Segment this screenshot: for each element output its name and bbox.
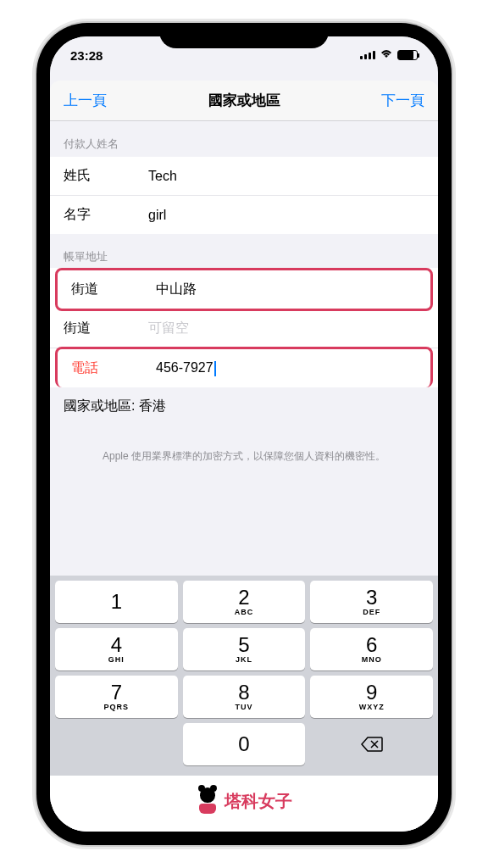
lastname-value: Tech — [148, 169, 424, 184]
logo-icon — [196, 787, 219, 815]
backspace-icon — [361, 737, 383, 752]
phone-frame: 23:28 上一頁 國家或地區 下一頁 付款人姓名 姓氏 T — [36, 23, 452, 845]
brand-logo: 塔科女子 — [50, 776, 438, 832]
street1-row[interactable]: 街道 中山路 — [55, 268, 433, 311]
nav-title: 國家或地區 — [208, 91, 280, 110]
logo-text: 塔科女子 — [225, 790, 292, 813]
notch — [159, 23, 329, 48]
status-icons — [360, 48, 418, 62]
key-6[interactable]: 6MNO — [310, 628, 433, 670]
key-5[interactable]: 5JKL — [183, 628, 306, 670]
status-time: 23:28 — [70, 48, 103, 63]
key-2[interactable]: 2ABC — [183, 581, 306, 623]
lastname-label: 姓氏 — [64, 167, 148, 185]
payer-header: 付款人姓名 — [50, 121, 438, 157]
backspace-key[interactable] — [310, 723, 433, 765]
numeric-keypad: 1 2ABC 3DEF 4GHI 5JKL 6MNO 7PQRS 8TUV 9W… — [50, 576, 438, 776]
payer-section: 姓氏 Tech 名字 girl — [50, 157, 438, 234]
nav-bar: 上一頁 國家或地區 下一頁 — [50, 81, 438, 121]
battery-icon — [397, 50, 418, 60]
street2-row[interactable]: 街道 可留空 — [50, 309, 438, 348]
firstname-row[interactable]: 名字 girl — [50, 196, 438, 234]
lastname-row[interactable]: 姓氏 Tech — [50, 157, 438, 196]
phone-value: 456-7927 — [156, 360, 417, 376]
firstname-value: girl — [148, 208, 424, 223]
key-7[interactable]: 7PQRS — [55, 676, 178, 718]
street2-label: 街道 — [64, 320, 148, 337]
phone-label: 電話 — [71, 359, 156, 377]
key-0[interactable]: 0 — [183, 723, 306, 765]
region-row: 國家或地區: 香港 — [50, 386, 438, 427]
key-4[interactable]: 4GHI — [55, 628, 178, 670]
modal-sheet: 上一頁 國家或地區 下一頁 付款人姓名 姓氏 Tech 名字 girl 帳單地址 — [50, 81, 438, 832]
wifi-icon — [380, 48, 393, 62]
text-cursor — [214, 361, 216, 376]
key-1[interactable]: 1 — [55, 581, 178, 623]
key-empty — [55, 723, 178, 765]
back-button[interactable]: 上一頁 — [64, 91, 107, 110]
form-content: 付款人姓名 姓氏 Tech 名字 girl 帳單地址 街道 中山路 — [50, 121, 438, 576]
firstname-label: 名字 — [64, 206, 148, 224]
key-8[interactable]: 8TUV — [183, 676, 306, 718]
next-button[interactable]: 下一頁 — [381, 91, 424, 110]
billing-header: 帳單地址 — [50, 234, 438, 270]
phone-screen: 23:28 上一頁 國家或地區 下一頁 付款人姓名 姓氏 T — [50, 36, 438, 832]
signal-icon — [360, 51, 375, 59]
key-9[interactable]: 9WXYZ — [310, 676, 433, 718]
street1-label: 街道 — [71, 281, 156, 298]
street2-placeholder: 可留空 — [148, 320, 424, 337]
phone-row[interactable]: 電話 456-7927 — [55, 347, 433, 387]
key-3[interactable]: 3DEF — [310, 581, 433, 623]
privacy-footer: Apple 使用業界標準的加密方式，以保障您個人資料的機密性。 — [50, 427, 438, 486]
street1-value: 中山路 — [156, 281, 417, 298]
billing-section: 街道 中山路 街道 可留空 電話 456-7927 — [50, 268, 438, 387]
